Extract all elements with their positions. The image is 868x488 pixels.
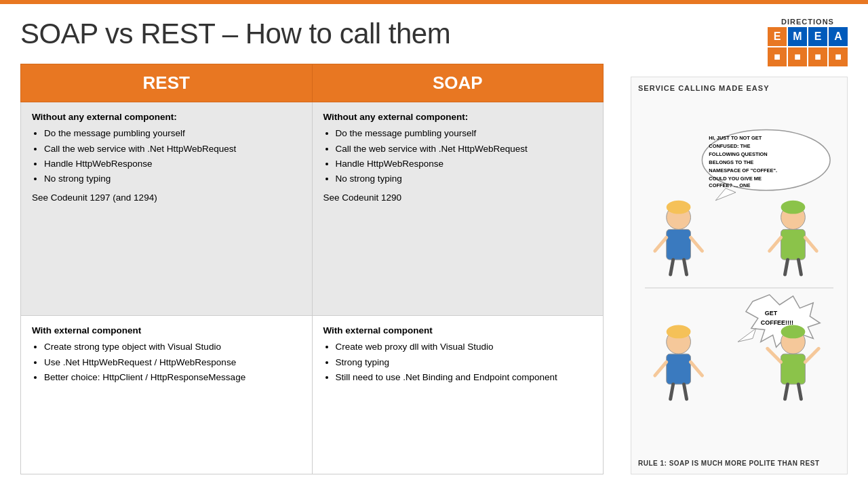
soap-ext-component-cell: With external component Create web proxy… (312, 316, 604, 474)
rest-bullet-1-3: Handle HttpWebResponse (44, 157, 301, 171)
header-rest: REST (21, 64, 313, 102)
svg-line-22 (798, 260, 801, 274)
svg-rect-37 (781, 354, 806, 384)
rest-ext-component-cell: With external component Create strong ty… (21, 316, 313, 474)
svg-marker-27 (738, 328, 756, 342)
rest-bullet-2-1: Create strong type object with Visual St… (44, 340, 301, 354)
soap-section2-bullets: Create web proxy dll with Visual Studio … (323, 340, 593, 384)
table-row-2: With external component Create strong ty… (21, 316, 604, 474)
svg-line-15 (684, 260, 687, 274)
soap-section1-bullets: Do the message pumbling yourself Call th… (323, 127, 593, 186)
soap-bullet-2-3: Still need to use .Net Binding and Endpo… (336, 371, 593, 384)
logo-dot-2: ■ (788, 47, 807, 66)
soap-section1-title: Without any external component: (323, 110, 593, 124)
directions-logo: DIRECTIONS E M E A ■ ■ ■ ■ (768, 18, 848, 66)
rest-section2-bullets: Create strong type object with Visual St… (32, 340, 301, 384)
svg-text:HI, JUST TO NOT GET: HI, JUST TO NOT GET (709, 135, 762, 141)
logo-cell-e2: E (808, 27, 827, 46)
table-row-1: Without any external component: Do the m… (21, 102, 604, 316)
svg-line-40 (785, 384, 788, 399)
svg-text:CONFUSED: THE: CONFUSED: THE (709, 143, 750, 149)
rest-bullet-1-1: Do the message pumbling yourself (44, 127, 301, 140)
svg-line-31 (655, 362, 667, 375)
rest-bullet-1-2: Call the web service with .Net HttpWebRe… (44, 142, 301, 156)
rest-section2-title: With external component (32, 324, 301, 338)
svg-text:NAMESPACE OF "COFFEE".: NAMESPACE OF "COFFEE". (709, 167, 777, 174)
rest-bullet-2-3: Better choice: HttpClient / HttpResponse… (44, 371, 301, 384)
svg-text:COULD YOU GIVE ME: COULD YOU GIVE ME (709, 176, 762, 182)
svg-rect-11 (667, 229, 691, 260)
comparison-table: REST SOAP Without any external component… (20, 64, 604, 474)
logo-dot-3: ■ (808, 47, 827, 66)
logo-dot-1: ■ (768, 47, 787, 66)
svg-text:COFFEE!!!!: COFFEE!!!! (761, 319, 793, 326)
soap-no-component-cell: Without any external component: Do the m… (312, 102, 604, 316)
rest-no-component-cell: Without any external component: Do the m… (21, 102, 313, 316)
rest-codeunit: See Codeunit 1297 (and 1294) (32, 191, 301, 205)
soap-section2-title: With external component (323, 324, 593, 338)
soap-bullet-2-1: Create web proxy dll with Visual Studio (336, 340, 593, 354)
right-panel: DIRECTIONS E M E A ■ ■ ■ ■ SERVICE CALLI… (617, 18, 848, 474)
rest-bullet-2-2: Use .Net HttpWebRequest / HttpWebRespons… (44, 356, 301, 369)
svg-line-41 (798, 384, 801, 399)
svg-rect-18 (781, 229, 806, 260)
logo-grid: E M E A ■ ■ ■ ■ (768, 27, 848, 66)
svg-text:COFFEE? ... ONE: COFFEE? ... ONE (709, 182, 750, 188)
svg-line-39 (805, 348, 818, 362)
page-title: SOAP vs REST – How to call them (20, 18, 604, 50)
rule-text: RULE 1: SOAP IS MUCH MORE POLITE THAN RE… (638, 460, 820, 467)
svg-line-32 (690, 362, 702, 375)
svg-line-21 (785, 260, 788, 274)
svg-line-33 (671, 384, 673, 399)
cartoon-area: SERVICE CALLING MADE EASY HI, JUST TO NO… (631, 77, 848, 474)
svg-line-12 (655, 237, 667, 251)
rest-bullet-1-4: No strong typing (44, 172, 301, 186)
svg-rect-30 (667, 354, 691, 384)
svg-point-10 (667, 201, 691, 214)
svg-marker-8 (715, 188, 736, 201)
soap-codeunit: See Codeunit 1290 (323, 191, 593, 205)
left-panel: SOAP vs REST – How to call them REST SOA… (20, 18, 604, 474)
cartoon-svg: HI, JUST TO NOT GET CONFUSED: THE FOLLOW… (638, 119, 840, 430)
svg-point-17 (781, 201, 806, 214)
svg-text:BELONGS TO THE: BELONGS TO THE (709, 159, 753, 165)
logo-cell-a: A (829, 27, 848, 46)
svg-point-36 (781, 325, 806, 339)
svg-text:FOLLOWING QUESTION: FOLLOWING QUESTION (709, 151, 767, 157)
cartoon-svg-container: HI, JUST TO NOT GET CONFUSED: THE FOLLOW… (638, 92, 840, 457)
logo-dot-4: ■ (829, 47, 848, 66)
svg-text:GET: GET (765, 310, 778, 317)
rest-section1-title: Without any external component: (32, 110, 301, 124)
svg-line-20 (805, 237, 816, 251)
soap-bullet-1-1: Do the message pumbling yourself (336, 127, 593, 140)
soap-bullet-1-3: Handle HttpWebResponse (336, 157, 593, 171)
soap-bullet-2-2: Strong typing (336, 356, 593, 369)
svg-line-13 (690, 237, 702, 251)
service-calling-title: SERVICE CALLING MADE EASY (638, 84, 770, 92)
soap-bullet-1-2: Call the web service with .Net HttpWebRe… (336, 142, 593, 156)
svg-line-38 (768, 348, 781, 362)
svg-line-14 (671, 260, 673, 274)
header-soap: SOAP (312, 64, 604, 102)
svg-line-34 (684, 384, 687, 399)
soap-bullet-1-4: No strong typing (336, 172, 593, 186)
logo-top-text: DIRECTIONS (781, 18, 834, 26)
svg-point-29 (667, 325, 691, 339)
svg-line-19 (770, 237, 781, 251)
logo-cell-e: E (768, 27, 787, 46)
logo-cell-m: M (788, 27, 807, 46)
rest-section1-bullets: Do the message pumbling yourself Call th… (32, 127, 301, 186)
